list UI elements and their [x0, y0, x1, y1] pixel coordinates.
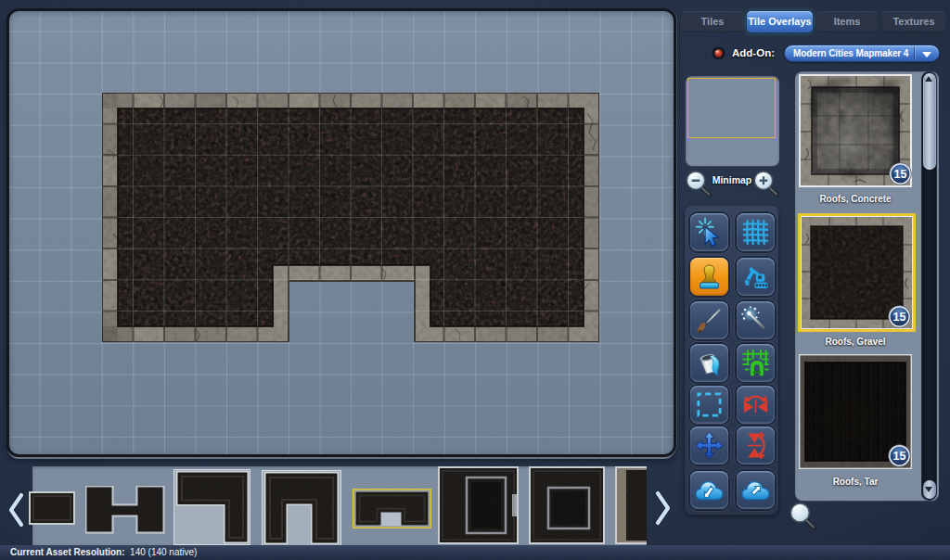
svg-text:15: 15 — [893, 168, 906, 181]
svg-text:15: 15 — [892, 450, 905, 463]
svg-text:15: 15 — [892, 311, 905, 324]
